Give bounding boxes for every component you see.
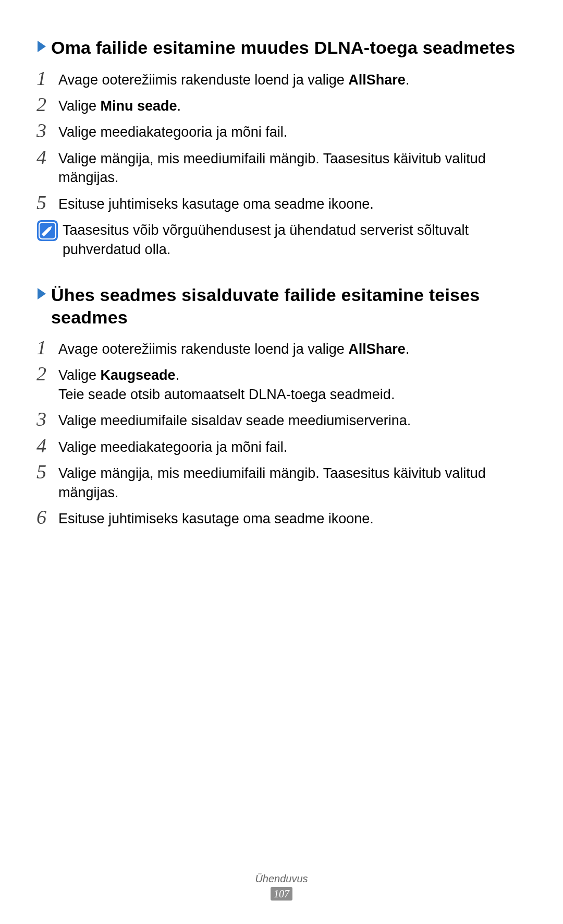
step-extra-text: Teie seade otsib automaatselt DLNA-toega… bbox=[58, 385, 527, 404]
step-number: 2 bbox=[36, 364, 58, 383]
step-text: Valige mängija, mis meediumifaili mängib… bbox=[58, 462, 527, 502]
list-item: 3 Valige meediakategooria ja mõni fail. bbox=[36, 121, 527, 141]
chevron-right-icon bbox=[36, 39, 48, 54]
step-number: 1 bbox=[36, 338, 58, 357]
document-page: Oma failide esitamine muudes DLNA-toega … bbox=[0, 0, 563, 924]
step-text: Valige meediakategooria ja mõni fail. bbox=[58, 121, 527, 141]
note-text: Taasesitus võib võrguühendusest ja ühend… bbox=[63, 219, 527, 259]
step-text: Valige Kaugseade. Teie seade otsib autom… bbox=[58, 364, 527, 404]
step-number: 5 bbox=[36, 462, 58, 482]
step-number: 4 bbox=[36, 436, 58, 455]
section2-steps: 1 Avage ooterežiimis rakenduste loend ja… bbox=[36, 338, 527, 529]
step-number: 3 bbox=[36, 409, 58, 429]
chevron-right-icon bbox=[36, 286, 48, 302]
list-item: 2 Valige Minu seade. bbox=[36, 94, 527, 115]
list-item: 3 Valige meediumifaile sisaldav seade me… bbox=[36, 409, 527, 430]
list-item: 4 Valige mängija, mis meediumifaili mäng… bbox=[36, 147, 527, 187]
section1-heading-text: Oma failide esitamine muudes DLNA-toega … bbox=[51, 37, 515, 59]
step-text: Esituse juhtimiseks kasutage oma seadme … bbox=[58, 193, 527, 213]
section1-steps: 1 Avage ooterežiimis rakenduste loend ja… bbox=[36, 68, 527, 214]
step-text: Esituse juhtimiseks kasutage oma seadme … bbox=[58, 507, 527, 528]
section2-heading: Ühes seadmes sisalduvate failide esitami… bbox=[36, 284, 527, 328]
step-number: 6 bbox=[36, 507, 58, 527]
list-item: 5 Valige mängija, mis meediumifaili mäng… bbox=[36, 462, 527, 502]
step-text: Valige meediumifaile sisaldav seade meed… bbox=[58, 409, 527, 430]
step-text: Avage ooterežiimis rakenduste loend ja v… bbox=[58, 338, 527, 358]
list-item: 1 Avage ooterežiimis rakenduste loend ja… bbox=[36, 338, 527, 358]
step-number: 1 bbox=[36, 68, 58, 88]
step-number: 3 bbox=[36, 121, 58, 140]
step-text: Valige meediakategooria ja mõni fail. bbox=[58, 436, 527, 457]
footer-category: Ühenduvus bbox=[0, 873, 563, 885]
section1-heading: Oma failide esitamine muudes DLNA-toega … bbox=[36, 37, 527, 59]
svg-marker-0 bbox=[38, 41, 46, 52]
page-footer: Ühenduvus 107 bbox=[0, 873, 563, 901]
step-number: 2 bbox=[36, 94, 58, 114]
list-item: 4 Valige meediakategooria ja mõni fail. bbox=[36, 436, 527, 457]
info-note: Taasesitus võib võrguühendusest ja ühend… bbox=[36, 219, 527, 259]
list-item: 1 Avage ooterežiimis rakenduste loend ja… bbox=[36, 68, 527, 89]
page-number-badge: 107 bbox=[271, 887, 292, 901]
list-item: 5 Esituse juhtimiseks kasutage oma seadm… bbox=[36, 193, 527, 213]
list-item: 6 Esituse juhtimiseks kasutage oma seadm… bbox=[36, 507, 527, 528]
step-text: Valige Minu seade. bbox=[58, 94, 527, 115]
note-pencil-icon bbox=[36, 220, 58, 242]
svg-marker-6 bbox=[38, 288, 46, 299]
section2-heading-text: Ühes seadmes sisalduvate failide esitami… bbox=[51, 284, 527, 328]
step-number: 4 bbox=[36, 147, 58, 167]
step-text: Valige mängija, mis meediumifaili mängib… bbox=[58, 147, 527, 187]
list-item: 2 Valige Kaugseade. Teie seade otsib aut… bbox=[36, 364, 527, 404]
step-number: 5 bbox=[36, 193, 58, 212]
step-text: Avage ooterežiimis rakenduste loend ja v… bbox=[58, 68, 527, 89]
